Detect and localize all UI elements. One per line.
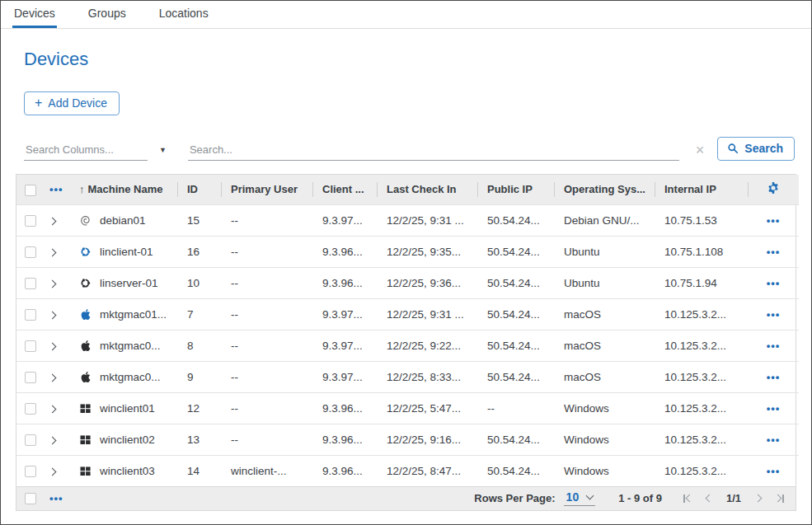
public-ip: 50.54.24... xyxy=(477,298,554,330)
device-id: 9 xyxy=(177,361,221,392)
expand-chevron-icon[interactable] xyxy=(49,279,57,288)
expand-chevron-icon[interactable] xyxy=(49,436,57,444)
expand-chevron-icon[interactable] xyxy=(49,373,57,382)
windows-icon xyxy=(79,465,92,477)
public-ip: 50.54.24... xyxy=(477,236,554,267)
row-menu-icon[interactable]: ••• xyxy=(767,214,781,227)
machine-name[interactable]: debian01 xyxy=(100,214,146,227)
tab-devices[interactable]: Devices xyxy=(12,1,57,28)
device-id: 16 xyxy=(177,236,221,267)
row-checkbox[interactable] xyxy=(25,309,36,321)
expand-chevron-icon[interactable] xyxy=(49,342,57,350)
machine-name[interactable]: linserver-01 xyxy=(100,277,158,289)
debian-icon xyxy=(79,214,92,227)
last-check-in: 12/2/25, 9:22... xyxy=(377,330,477,361)
next-page-button[interactable] xyxy=(755,495,761,501)
tab-locations[interactable]: Locations xyxy=(157,1,210,28)
search-toolbar: ▼ × Search xyxy=(24,137,795,161)
operating-system: Ubuntu xyxy=(554,267,655,298)
column-header-client[interactable]: Client ... xyxy=(312,175,377,204)
ubuntu-icon xyxy=(79,277,92,289)
row-checkbox[interactable] xyxy=(25,403,36,415)
row-range-label: 1 - 9 of 9 xyxy=(618,492,662,504)
search-columns-input[interactable] xyxy=(24,141,148,161)
row-checkbox[interactable] xyxy=(25,434,36,446)
table-row: linclient-01 16 -- 9.3.96... 12/2/25, 9:… xyxy=(16,236,799,267)
last-page-button[interactable] xyxy=(775,495,784,503)
row-menu-icon[interactable]: ••• xyxy=(767,246,781,258)
expand-chevron-icon[interactable] xyxy=(49,467,57,476)
row-menu-icon[interactable]: ••• xyxy=(767,465,781,477)
column-header-id[interactable]: ID xyxy=(177,175,221,204)
device-id: 7 xyxy=(177,298,221,330)
clear-search-icon[interactable]: × xyxy=(696,143,705,157)
columns-dropdown-caret-icon[interactable]: ▼ xyxy=(159,146,167,154)
row-menu-icon[interactable]: ••• xyxy=(767,402,781,415)
row-checkbox[interactable] xyxy=(25,340,36,352)
machine-name[interactable]: winclient03 xyxy=(100,465,155,477)
row-menu-icon[interactable]: ••• xyxy=(767,371,781,383)
device-id: 10 xyxy=(177,267,221,298)
public-ip: -- xyxy=(477,392,554,424)
device-id: 8 xyxy=(177,330,221,361)
header-menu-icon[interactable]: ••• xyxy=(49,183,63,195)
row-menu-icon[interactable]: ••• xyxy=(767,434,781,446)
row-checkbox[interactable] xyxy=(25,246,36,258)
table-row: winclient03 14 winclient-... 9.3.96... 1… xyxy=(16,455,799,486)
expand-chevron-icon[interactable] xyxy=(49,311,57,319)
last-check-in: 12/2/25, 9:36... xyxy=(377,267,477,298)
row-menu-icon[interactable]: ••• xyxy=(767,340,781,352)
row-checkbox[interactable] xyxy=(25,466,36,477)
machine-name[interactable]: mktgmac0... xyxy=(100,340,161,352)
expand-chevron-icon[interactable] xyxy=(49,248,57,256)
row-menu-icon[interactable]: ••• xyxy=(767,277,781,289)
select-all-checkbox[interactable] xyxy=(25,185,36,196)
search-input[interactable] xyxy=(188,141,679,161)
expand-chevron-icon[interactable] xyxy=(49,405,57,413)
machine-name[interactable]: mktgmac01... xyxy=(100,308,167,321)
table-row: winclient01 12 -- 9.3.96... 12/2/25, 5:4… xyxy=(16,392,799,424)
windows-icon xyxy=(79,434,92,446)
row-menu-icon[interactable]: ••• xyxy=(767,308,781,321)
public-ip: 50.54.24... xyxy=(477,267,554,298)
row-checkbox[interactable] xyxy=(25,278,36,289)
footer-menu-icon[interactable]: ••• xyxy=(49,492,63,504)
windows-icon xyxy=(79,402,92,415)
search-button[interactable]: Search xyxy=(717,137,795,161)
primary-user: -- xyxy=(221,298,312,330)
tab-groups[interactable]: Groups xyxy=(87,1,128,28)
pagination-controls: 1/1 xyxy=(683,492,784,504)
device-id: 12 xyxy=(177,392,221,424)
row-checkbox[interactable] xyxy=(25,215,36,227)
expand-chevron-icon[interactable] xyxy=(49,217,57,225)
column-header-primary-user[interactable]: Primary User xyxy=(221,175,312,204)
top-tab-bar: Devices Groups Locations xyxy=(1,1,811,29)
client-version: 9.3.96... xyxy=(312,424,377,455)
first-page-button[interactable] xyxy=(683,495,692,503)
machine-name[interactable]: winclient01 xyxy=(100,402,155,415)
public-ip: 50.54.24... xyxy=(477,424,554,455)
row-checkbox[interactable] xyxy=(25,372,36,383)
column-header-internal-ip[interactable]: Internal IP xyxy=(655,175,748,204)
add-device-button[interactable]: + Add Device xyxy=(24,91,120,115)
operating-system: Windows xyxy=(554,392,655,424)
column-header-public-ip[interactable]: Public IP xyxy=(477,175,554,204)
search-icon xyxy=(727,143,739,154)
column-header-operating-system[interactable]: Operating Sys... xyxy=(554,175,655,204)
column-settings-gear-icon[interactable] xyxy=(767,181,780,195)
previous-page-button[interactable] xyxy=(706,495,712,501)
footer-select-all-checkbox[interactable] xyxy=(25,493,36,504)
machine-name[interactable]: winclient02 xyxy=(100,434,155,446)
primary-user: -- xyxy=(221,204,312,236)
search-button-label: Search xyxy=(744,142,783,155)
machine-name[interactable]: linclient-01 xyxy=(100,246,153,258)
rows-per-page-select[interactable]: 10 xyxy=(564,490,596,506)
tab-devices-label: Devices xyxy=(14,7,55,20)
chevron-down-icon xyxy=(586,492,594,500)
internal-ip: 10.75.1.108 xyxy=(655,236,748,267)
page-indicator: 1/1 xyxy=(726,492,741,504)
column-header-machine-name[interactable]: ↑Machine Name xyxy=(69,175,177,204)
operating-system: Ubuntu xyxy=(554,236,655,267)
column-header-last-check-in[interactable]: Last Check In xyxy=(377,175,477,204)
machine-name[interactable]: mktgmac0... xyxy=(100,371,161,383)
